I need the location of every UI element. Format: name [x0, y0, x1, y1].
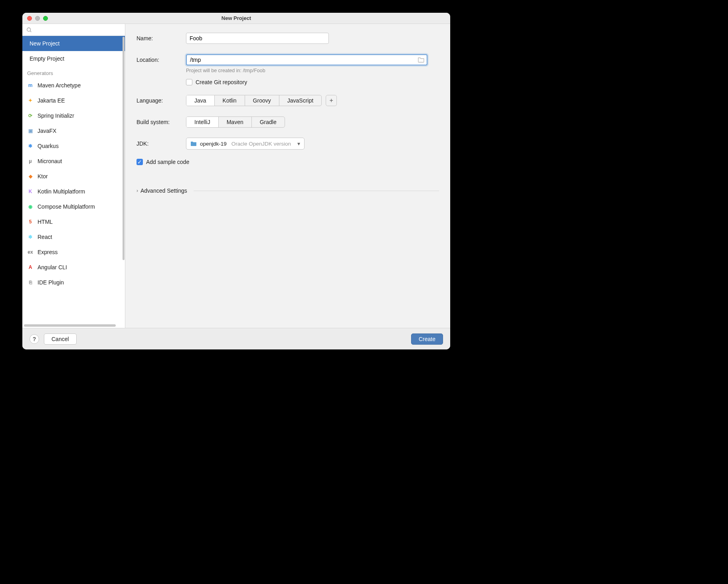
- search-row: [22, 24, 125, 36]
- cancel-button[interactable]: Cancel: [44, 333, 77, 345]
- generator-label: IDE Plugin: [38, 279, 64, 286]
- build-system-row: Build system: IntelliJMavenGradle: [136, 116, 439, 128]
- generators-header: Generators: [22, 66, 125, 78]
- generator-icon: ⎘: [27, 279, 34, 286]
- segment-groovy[interactable]: Groovy: [245, 95, 279, 106]
- location-label: Location:: [136, 57, 186, 63]
- sidebar-list: New ProjectEmpty Project Generators mMav…: [22, 36, 125, 328]
- segment-kotlin[interactable]: Kotlin: [215, 95, 245, 106]
- generator-item-spring-initializr[interactable]: ⟳Spring Initializr: [22, 108, 125, 123]
- search-input[interactable]: [34, 27, 121, 33]
- segment-maven[interactable]: Maven: [219, 117, 252, 127]
- generator-label: Kotlin Multiplatform: [38, 188, 85, 195]
- sample-code-row[interactable]: ✓ Add sample code: [136, 159, 439, 165]
- chevron-down-icon: ▾: [297, 140, 300, 147]
- generator-label: Quarkus: [38, 143, 59, 149]
- generator-item-compose-multiplatform[interactable]: ◉Compose Multiplatform: [22, 199, 125, 214]
- generator-label: Jakarta EE: [38, 97, 65, 104]
- generator-icon: ▣: [27, 128, 34, 134]
- generator-label: Angular CLI: [38, 264, 67, 270]
- generator-item-ktor[interactable]: ◆Ktor: [22, 169, 125, 184]
- generator-label: Spring Initializr: [38, 112, 74, 119]
- advanced-settings-toggle[interactable]: › Advanced Settings: [136, 187, 439, 194]
- help-button[interactable]: ?: [30, 334, 39, 344]
- generator-item-jakarta-ee[interactable]: ✦Jakarta EE: [22, 93, 125, 108]
- generator-item-express[interactable]: exExpress: [22, 245, 125, 260]
- generator-icon: A: [27, 264, 34, 270]
- name-input[interactable]: [186, 33, 329, 44]
- chevron-right-icon: ›: [136, 188, 138, 193]
- name-row: Name:: [136, 32, 439, 45]
- generator-label: Express: [38, 249, 58, 255]
- new-project-window: New Project New ProjectEmpty Project Gen…: [22, 13, 450, 349]
- jdk-description: Oracle OpenJDK version: [231, 141, 291, 147]
- sidebar: New ProjectEmpty Project Generators mMav…: [22, 24, 125, 328]
- generator-icon: μ: [27, 158, 34, 164]
- traffic-lights: [22, 16, 48, 21]
- window-zoom-button[interactable]: [43, 16, 48, 21]
- sidebar-scrollbar[interactable]: [123, 37, 125, 260]
- jdk-dropdown[interactable]: openjdk-19 Oracle OpenJDK version ▾: [186, 138, 305, 150]
- generator-icon: ✦: [27, 97, 34, 104]
- divider: [194, 191, 439, 191]
- location-input[interactable]: [186, 54, 427, 65]
- dialog-footer: ? Cancel Create: [22, 328, 450, 349]
- git-checkbox-label: Create Git repository: [196, 79, 247, 85]
- sample-code-label: Add sample code: [146, 159, 189, 165]
- generator-item-ide-plugin[interactable]: ⎘IDE Plugin: [22, 275, 125, 290]
- generator-item-micronaut[interactable]: μMicronaut: [22, 154, 125, 169]
- browse-folder-icon[interactable]: [418, 57, 424, 63]
- generator-label: Compose Multiplatform: [38, 203, 95, 210]
- language-segmented: JavaKotlinGroovyJavaScript: [186, 95, 322, 106]
- name-label: Name:: [136, 35, 186, 41]
- sidebar-item-label: New Project: [30, 40, 59, 47]
- generator-icon: ◆: [27, 173, 34, 180]
- add-language-button[interactable]: +: [326, 95, 337, 106]
- jdk-label: JDK:: [136, 140, 186, 147]
- sidebar-horizontal-scrollbar[interactable]: [24, 324, 116, 327]
- generator-item-angular-cli[interactable]: AAngular CLI: [22, 260, 125, 275]
- generator-icon: ◉: [27, 203, 34, 210]
- generator-icon: ✱: [27, 143, 34, 149]
- segment-intellij[interactable]: IntelliJ: [186, 117, 219, 127]
- sidebar-item-new-project[interactable]: New Project: [22, 36, 125, 51]
- location-row: Location:: [136, 53, 439, 66]
- generator-item-react[interactable]: ✻React: [22, 229, 125, 245]
- build-system-segmented: IntelliJMavenGradle: [186, 116, 285, 128]
- git-checkbox[interactable]: [186, 79, 192, 85]
- folder-icon: [190, 141, 197, 146]
- generator-item-kotlin-multiplatform[interactable]: KKotlin Multiplatform: [22, 184, 125, 199]
- sidebar-item-label: Empty Project: [30, 55, 64, 62]
- segment-java[interactable]: Java: [186, 95, 215, 106]
- generator-icon: m: [27, 82, 34, 89]
- generator-item-html[interactable]: 5HTML: [22, 214, 125, 229]
- window-title: New Project: [22, 15, 450, 21]
- sidebar-item-empty-project[interactable]: Empty Project: [22, 51, 125, 66]
- search-icon: [26, 27, 32, 33]
- jdk-row: JDK: openjdk-19 Oracle OpenJDK version ▾: [136, 137, 439, 150]
- segment-javascript[interactable]: JavaScript: [279, 95, 321, 106]
- location-wrap: [186, 54, 427, 65]
- generator-icon: ⟳: [27, 112, 34, 119]
- advanced-settings-label: Advanced Settings: [140, 187, 187, 194]
- dialog-body: New ProjectEmpty Project Generators mMav…: [22, 24, 450, 328]
- create-button[interactable]: Create: [411, 333, 443, 345]
- generator-icon: ex: [27, 249, 34, 255]
- language-row: Language: JavaKotlinGroovyJavaScript +: [136, 94, 439, 107]
- generator-icon: K: [27, 188, 34, 195]
- generator-label: Micronaut: [38, 158, 62, 164]
- generator-item-maven-archetype[interactable]: mMaven Archetype: [22, 78, 125, 93]
- generator-item-javafx[interactable]: ▣JavaFX: [22, 123, 125, 138]
- sample-code-checkbox[interactable]: ✓: [136, 159, 143, 165]
- svg-point-0: [27, 28, 31, 31]
- jdk-value: openjdk-19: [200, 141, 227, 147]
- generator-label: Maven Archetype: [38, 82, 81, 89]
- window-close-button[interactable]: [27, 16, 32, 21]
- window-minimize-button[interactable]: [35, 16, 40, 21]
- generator-label: Ktor: [38, 173, 48, 180]
- location-hint: Project will be created in: /tmp/Foob: [186, 68, 439, 73]
- generator-item-quarkus[interactable]: ✱Quarkus: [22, 138, 125, 154]
- segment-gradle[interactable]: Gradle: [252, 117, 285, 127]
- generator-label: React: [38, 234, 52, 240]
- git-checkbox-row[interactable]: Create Git repository: [186, 79, 439, 85]
